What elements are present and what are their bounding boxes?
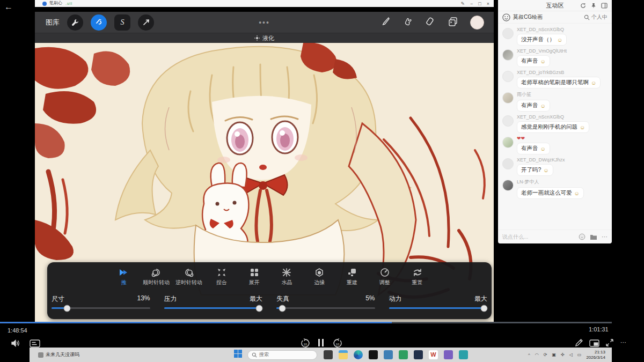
blue-app-icon[interactable] bbox=[384, 350, 393, 359]
actions-wrench-icon[interactable] bbox=[67, 14, 83, 31]
eraser-icon[interactable] bbox=[425, 16, 436, 29]
emoji-icon: ☺ bbox=[543, 167, 548, 173]
slider-thumb[interactable] bbox=[481, 305, 488, 312]
pause-button[interactable] bbox=[318, 339, 324, 346]
windows-taskbar: 未来几天没课吗 搜索 W ^ ◠ ⟳ ▣ ✣ ◁ ▭ bbox=[30, 348, 612, 362]
slider-value: 5% bbox=[365, 294, 375, 304]
app-logo-icon bbox=[42, 2, 47, 6]
slider-track[interactable] bbox=[389, 307, 488, 309]
channel-name: 莫叔CG绘画 bbox=[513, 13, 543, 21]
emoji-picker-icon[interactable] bbox=[579, 233, 586, 240]
paint-app-toolbar: 图库 S ••• bbox=[35, 12, 494, 33]
chat-input[interactable]: 说点什么... bbox=[502, 233, 574, 241]
avatar[interactable] bbox=[502, 49, 514, 61]
slider-distortion: 失真5% bbox=[276, 294, 375, 309]
emoji-icon: ☺ bbox=[540, 58, 546, 64]
liquify-tool-reconstruct[interactable]: 重建 bbox=[336, 268, 369, 286]
maximize-button[interactable]: □ bbox=[478, 1, 481, 6]
color-swatch[interactable] bbox=[470, 16, 484, 29]
liquify-tool-push[interactable]: 推 bbox=[107, 268, 140, 286]
tray-expand-icon[interactable]: ^ bbox=[528, 352, 530, 357]
pin-icon[interactable] bbox=[591, 3, 596, 9]
liquify-tool-crystal[interactable]: 水晶 bbox=[270, 268, 303, 286]
slider-size: 尺寸13% bbox=[52, 294, 150, 309]
gallery-button[interactable]: 图库 bbox=[46, 18, 60, 27]
tray-bluetooth-icon[interactable]: ✣ bbox=[561, 352, 565, 357]
tray-shield-icon[interactable]: ▣ bbox=[552, 352, 556, 357]
slider-track[interactable] bbox=[52, 307, 150, 309]
brush-icon[interactable] bbox=[380, 16, 391, 29]
avatar[interactable] bbox=[502, 158, 514, 169]
chat-input-bar: 说点什么... ⋯ bbox=[498, 230, 612, 243]
avatar[interactable] bbox=[502, 115, 514, 127]
video-player: ← 笔刷心 .ull ✎ − □ × 图库 S ••• bbox=[0, 0, 644, 362]
black-app-icon[interactable] bbox=[369, 350, 378, 359]
search-icon[interactable] bbox=[584, 14, 590, 20]
taskbar-clock[interactable]: 21:13 2026/3/14 bbox=[586, 350, 605, 360]
mode-label: 液化 bbox=[262, 34, 274, 42]
tray-battery-icon[interactable]: ▭ bbox=[577, 352, 582, 357]
avatar[interactable] bbox=[502, 28, 514, 39]
avatar[interactable] bbox=[502, 180, 514, 191]
close-button[interactable]: × bbox=[487, 1, 489, 6]
dark-app-icon[interactable] bbox=[414, 350, 423, 359]
liquify-tool-adjust[interactable]: 调整 bbox=[368, 268, 401, 286]
panel-layout-icon[interactable] bbox=[601, 3, 608, 9]
transform-arrow-icon[interactable] bbox=[138, 14, 154, 31]
wps-app-icon[interactable]: W bbox=[429, 350, 438, 359]
channel-row: 莫叔CG绘画 个人中 bbox=[498, 11, 612, 24]
tray-network-icon[interactable]: ◠ bbox=[535, 352, 539, 357]
reset-arrows-icon bbox=[412, 268, 423, 277]
task-view-icon[interactable] bbox=[324, 350, 333, 359]
edge-browser-icon[interactable] bbox=[354, 350, 363, 359]
chat-message-list[interactable]: XET_DD_nScnXGlbQ没开声音（）☺ XET_DD_VmOgQlUtH… bbox=[498, 24, 612, 230]
avatar[interactable] bbox=[502, 92, 514, 104]
slider-track[interactable] bbox=[276, 307, 375, 309]
tray-volume-icon[interactable]: ◁ bbox=[569, 352, 573, 357]
tray-update-icon[interactable]: ⟳ bbox=[544, 352, 547, 357]
chat-message: XET_DD_DWqzKJhzx开了吗?☺ bbox=[502, 157, 608, 176]
chat-more-icon[interactable]: ⋯ bbox=[602, 233, 608, 240]
video-progress-bar[interactable] bbox=[0, 322, 612, 323]
liquify-tool-reset[interactable]: 重置 bbox=[401, 268, 434, 286]
chat-message: XET_DD_VmOgQlUtHt有声音☺ bbox=[502, 48, 608, 67]
liquify-tool-edge[interactable]: 边缘 bbox=[303, 268, 336, 286]
slider-thumb[interactable] bbox=[64, 305, 71, 312]
slider-value: 13% bbox=[137, 294, 150, 304]
chat-message: XET_DD_joTrkBGzsB老师草稿的笔刷是哪只笔啊☺ bbox=[502, 70, 608, 88]
back-arrow-icon[interactable]: ← bbox=[4, 2, 13, 12]
teal-app-icon[interactable] bbox=[459, 350, 468, 359]
volume-icon[interactable] bbox=[11, 339, 20, 350]
slider-thumb[interactable] bbox=[279, 305, 286, 312]
start-button[interactable] bbox=[234, 350, 242, 360]
chat-header: 互动区 bbox=[498, 0, 612, 11]
layers-icon[interactable] bbox=[448, 16, 458, 29]
liquify-tool-cw[interactable]: 顺时针转动 bbox=[140, 268, 173, 286]
emoji-icon: ☺ bbox=[580, 124, 585, 130]
folder-icon[interactable] bbox=[590, 234, 597, 240]
clockwise-spiral-icon bbox=[151, 268, 161, 277]
liquify-tool-pinch[interactable]: 捏合 bbox=[205, 268, 238, 286]
slider-track[interactable] bbox=[164, 307, 263, 309]
liquify-tool-expand[interactable]: 展开 bbox=[238, 268, 270, 286]
player-more-icon[interactable]: ⋯ bbox=[620, 339, 626, 346]
minimize-button[interactable]: − bbox=[470, 1, 473, 6]
slider-thumb[interactable] bbox=[256, 305, 263, 312]
refresh-icon[interactable] bbox=[580, 3, 586, 9]
annotate-icon[interactable]: ✎ bbox=[460, 1, 465, 6]
taskbar-window-item[interactable]: 未来几天没课吗 bbox=[38, 351, 79, 358]
green-app-icon[interactable] bbox=[399, 350, 408, 359]
avatar[interactable] bbox=[502, 137, 514, 148]
mode-icon bbox=[254, 35, 260, 41]
profile-link[interactable]: 个人中 bbox=[591, 13, 608, 21]
liquify-tool-ccw[interactable]: 逆时针转动 bbox=[173, 268, 206, 286]
smudge-icon[interactable] bbox=[402, 16, 413, 29]
taskbar-search-input[interactable]: 搜索 bbox=[247, 350, 317, 360]
adjustments-wand-icon[interactable] bbox=[91, 14, 107, 31]
avatar[interactable] bbox=[502, 71, 514, 82]
toolbar-more-icon[interactable]: ••• bbox=[259, 18, 270, 27]
file-explorer-icon[interactable] bbox=[339, 350, 348, 359]
push-icon bbox=[118, 268, 129, 277]
purple-app-icon[interactable] bbox=[444, 350, 453, 359]
selection-icon[interactable]: S bbox=[114, 14, 130, 31]
